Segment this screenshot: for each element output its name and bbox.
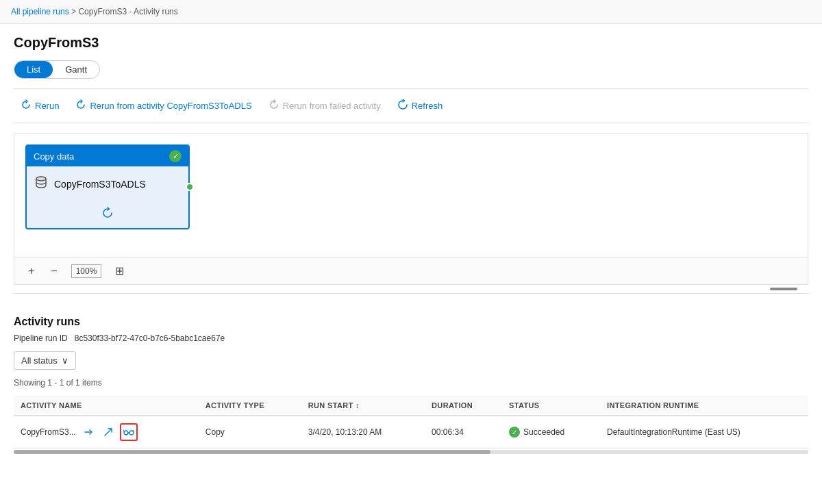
cell-run-start: 3/4/20, 10:13:20 AM xyxy=(301,416,425,449)
pipeline-canvas[interactable]: Copy data ✓ CopyFromS3ToADLS xyxy=(14,133,808,285)
refresh-label: Refresh xyxy=(412,101,443,111)
rerun-failed-label: Rerun from failed activity xyxy=(283,101,381,111)
cell-activity-type: Copy xyxy=(199,416,301,449)
rerun-from-label: Rerun from activity CopyFromS3ToADLS xyxy=(90,101,251,111)
cell-duration: 00:06:34 xyxy=(425,416,502,449)
pipeline-run-id-label: Pipeline run ID xyxy=(14,333,68,343)
zoom-100-button[interactable]: 100% xyxy=(71,264,102,278)
main-content: CopyFromS3 List Gantt Rerun Rerun from a xyxy=(0,24,822,305)
database-icon xyxy=(34,175,49,193)
table-header-row: ACTIVITY NAME ACTIVITY TYPE RUN START ↕ … xyxy=(14,396,808,416)
activity-runs-table: ACTIVITY NAME ACTIVITY TYPE RUN START ↕ … xyxy=(14,396,808,449)
fit-button[interactable]: ⊞ xyxy=(112,263,127,279)
svg-point-2 xyxy=(129,431,134,435)
activity-type-label: Copy data xyxy=(34,151,74,162)
zoom-out-button[interactable]: − xyxy=(48,264,60,279)
refresh-icon xyxy=(397,99,408,112)
expand-button[interactable] xyxy=(79,423,97,441)
rerun-failed-icon xyxy=(269,99,279,112)
status-badge: ✓ Succeeded xyxy=(509,427,564,438)
open-button[interactable] xyxy=(99,423,117,441)
gantt-view-button[interactable]: Gantt xyxy=(53,61,99,78)
svg-point-0 xyxy=(36,177,46,181)
pipeline-run-id-value: 8c530f33-bf72-47c0-b7c6-5babc1cae67e xyxy=(75,333,225,343)
cell-integration-runtime: DefaultIntegrationRuntime (East US) xyxy=(600,416,808,449)
check-icon: ✓ xyxy=(169,150,182,162)
activity-name-text: CopyFromS3... xyxy=(21,427,76,437)
breadcrumb-current: CopyFromS3 - Activity runs xyxy=(78,7,177,16)
breadcrumb: All pipeline runs > CopyFromS3 - Activit… xyxy=(0,0,822,24)
activity-node-body: CopyFromS3ToADLS xyxy=(27,166,188,201)
status-text: Succeeded xyxy=(523,427,564,437)
row-actions: CopyFromS3... xyxy=(21,423,192,441)
page-title: CopyFromS3 xyxy=(14,35,808,51)
rerun-from-icon xyxy=(75,99,86,112)
activity-node-header: Copy data ✓ xyxy=(27,146,188,166)
breadcrumb-link[interactable]: All pipeline runs xyxy=(11,7,69,16)
status-success-icon: ✓ xyxy=(509,427,520,438)
zoom-in-button[interactable]: + xyxy=(25,264,37,279)
col-run-start: RUN START ↕ xyxy=(301,396,425,416)
refresh-button[interactable]: Refresh xyxy=(390,96,450,116)
cell-status: ✓ Succeeded xyxy=(502,416,600,449)
activity-sync-icon xyxy=(101,207,114,223)
pipeline-run-id-row: Pipeline run ID 8c530f33-bf72-47c0-b7c6-… xyxy=(14,333,808,343)
rerun-from-button[interactable]: Rerun from activity CopyFromS3ToADLS xyxy=(68,96,258,116)
connector-dot xyxy=(186,183,194,191)
view-details-button[interactable] xyxy=(120,423,138,441)
list-view-button[interactable]: List xyxy=(14,61,53,78)
rerun-button[interactable]: Rerun xyxy=(14,96,66,116)
svg-point-1 xyxy=(124,431,128,435)
rerun-icon xyxy=(21,99,32,112)
col-activity-type: ACTIVITY TYPE xyxy=(199,396,301,416)
status-filter-dropdown[interactable]: All status ∨ xyxy=(14,351,76,370)
view-toggle: List Gantt xyxy=(14,60,100,79)
table-scroll-area[interactable]: ACTIVITY NAME ACTIVITY TYPE RUN START ↕ … xyxy=(14,396,808,454)
canvas-inner: Copy data ✓ CopyFromS3ToADLS xyxy=(14,134,808,257)
activity-node-footer xyxy=(27,201,188,228)
col-integration-runtime: INTEGRATION RUNTIME xyxy=(600,396,808,416)
breadcrumb-separator: > xyxy=(71,7,76,16)
rerun-failed-button[interactable]: Rerun from failed activity xyxy=(262,96,388,116)
activity-runs-section: Activity runs Pipeline run ID 8c530f33-b… xyxy=(0,305,822,454)
showing-count: Showing 1 - 1 of 1 items xyxy=(14,375,808,390)
activity-node[interactable]: Copy data ✓ CopyFromS3ToADLS xyxy=(25,144,190,229)
activity-name-label: CopyFromS3ToADLS xyxy=(54,179,146,190)
sort-icon[interactable]: ↕ xyxy=(356,401,360,410)
col-status: STATUS xyxy=(502,396,600,416)
activity-runs-title: Activity runs xyxy=(14,316,808,328)
collapse-handle[interactable] xyxy=(770,288,797,290)
status-filter-label: All status xyxy=(21,355,58,366)
cell-activity-name: CopyFromS3... xyxy=(14,416,199,449)
scrollbar-thumb[interactable] xyxy=(14,450,490,454)
col-activity-name: ACTIVITY NAME xyxy=(14,396,199,416)
table-row: CopyFromS3... xyxy=(14,416,808,449)
toolbar: Rerun Rerun from activity CopyFromS3ToAD… xyxy=(14,88,808,123)
canvas-controls: + − 100% ⊞ xyxy=(14,257,808,284)
chevron-down-icon: ∨ xyxy=(62,355,68,366)
horizontal-scrollbar[interactable] xyxy=(14,450,808,454)
col-duration: DURATION xyxy=(425,396,502,416)
collapse-bar xyxy=(14,285,808,294)
rerun-label: Rerun xyxy=(35,101,59,111)
